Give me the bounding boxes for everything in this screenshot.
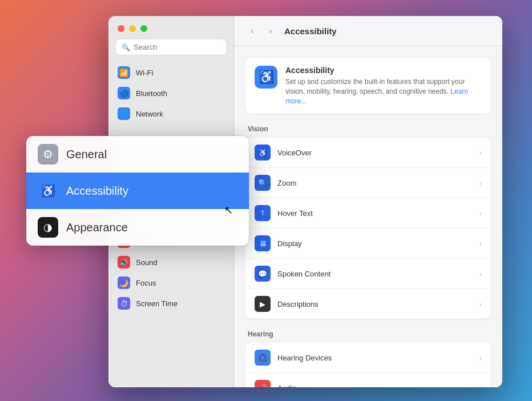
row-descriptions[interactable]: ▶ Descriptions › (245, 289, 491, 319)
sidebar-label-focus: Focus (136, 279, 156, 287)
focus-icon: 🌙 (118, 276, 130, 289)
popup-label-appearance: Appearance (66, 221, 128, 234)
popup-item-appearance[interactable]: ◑ Appearance (26, 209, 249, 246)
close-button[interactable] (118, 25, 124, 32)
general-popup-icon: ⚙ (38, 144, 58, 165)
window-controls (108, 16, 233, 39)
hovertext-label: Hover Text (277, 209, 473, 218)
display-icon: 🖥 (255, 235, 271, 251)
sidebar-label-sound: Sound (136, 258, 158, 267)
audio-chevron: › (479, 384, 482, 387)
zoom-icon: 🔍 (255, 175, 271, 191)
hovertext-icon: T (255, 205, 271, 221)
row-hearingdevices[interactable]: 🎧 Hearing Devices › (245, 343, 491, 373)
popup-item-general[interactable]: ⚙ General (26, 136, 249, 173)
voiceover-icon: ♿ (255, 145, 271, 161)
display-chevron: › (479, 239, 482, 248)
descriptions-label: Descriptions (277, 300, 473, 308)
row-voiceover[interactable]: ♿ VoiceOver › (245, 138, 491, 168)
page-title: Accessibility (284, 26, 337, 36)
header-description: Set up and customize the built-in featur… (285, 77, 482, 106)
zoom-chevron: › (479, 179, 482, 187)
sidebar-item-sound[interactable]: 🔊 Sound (108, 252, 233, 272)
display-label: Display (277, 239, 473, 248)
screentime-icon: ⏱ (118, 297, 130, 310)
accessibility-main-icon: ♿ (255, 66, 277, 89)
popup-label-accessibility: Accessibility (66, 185, 128, 198)
zoom-label: Zoom (277, 179, 473, 187)
network-icon: 🌐 (118, 107, 130, 120)
accessibility-popup-icon: ♿ (38, 181, 58, 201)
main-content: ‹ › Accessibility ♿ Accessibility Set up… (234, 16, 502, 387)
bluetooth-icon: 🔵 (118, 87, 130, 99)
sidebar-label-screentime: Screen Time (136, 299, 178, 308)
voiceover-label: VoiceOver (277, 149, 473, 157)
search-bar[interactable]: 🔍 (115, 39, 227, 55)
row-spoken[interactable]: 💬 Spoken Content › (245, 259, 491, 289)
sidebar-item-focus[interactable]: 🌙 Focus (108, 272, 233, 293)
sidebar-label-wifi: Wi-Fi (136, 69, 153, 77)
search-icon: 🔍 (122, 43, 130, 51)
minimize-button[interactable] (129, 25, 136, 32)
sidebar-item-bluetooth[interactable]: 🔵 Bluetooth (108, 83, 233, 103)
hearingdevices-chevron: › (479, 354, 482, 362)
row-audio[interactable]: 🔊 Audio › (245, 373, 491, 387)
popup-item-accessibility[interactable]: ♿ Accessibility (26, 173, 249, 209)
sidebar-item-screentime[interactable]: ⏱ Screen Time (108, 293, 233, 314)
header-title: Accessibility (285, 66, 482, 75)
vision-section-label: Vision (245, 125, 491, 133)
sidebar-item-network[interactable]: 🌐 Network (108, 103, 233, 124)
audio-icon: 🔊 (255, 380, 271, 387)
row-zoom[interactable]: 🔍 Zoom › (245, 168, 491, 198)
wifi-icon: 📶 (118, 66, 130, 79)
spoken-label: Spoken Content (277, 270, 473, 278)
descriptions-icon: ▶ (255, 296, 271, 312)
audio-label: Audio (277, 384, 473, 387)
hearing-section-label: Hearing (245, 330, 491, 338)
search-input[interactable] (134, 43, 220, 51)
spoken-chevron: › (479, 270, 482, 278)
vision-settings-group: ♿ VoiceOver › 🔍 Zoom › T Hover Text › 🖥 … (245, 138, 491, 319)
sound-icon: 🔊 (118, 256, 130, 268)
maximize-button[interactable] (140, 25, 147, 32)
hearing-settings-group: 🎧 Hearing Devices › 🔊 Audio › CC Caption… (245, 343, 491, 387)
popup-overlay: ⚙ General ♿ Accessibility ◑ Appearance (26, 136, 249, 246)
content-area: ♿ Accessibility Set up and customize the… (234, 46, 502, 387)
forward-button[interactable]: › (264, 24, 277, 38)
hearingdevices-label: Hearing Devices (277, 354, 473, 362)
popup-label-general: General (66, 148, 107, 161)
descriptions-chevron: › (479, 300, 482, 308)
sidebar-label-bluetooth: Bluetooth (136, 89, 167, 98)
accessibility-header-card: ♿ Accessibility Set up and customize the… (245, 58, 491, 114)
row-hovertext[interactable]: T Hover Text › (245, 198, 491, 228)
sidebar-item-wifi[interactable]: 📶 Wi-Fi (108, 62, 233, 83)
row-display[interactable]: 🖥 Display › (245, 228, 491, 259)
header-text: Accessibility Set up and customize the b… (285, 66, 482, 106)
nav-bar: ‹ › Accessibility (234, 16, 502, 46)
hovertext-chevron: › (479, 209, 482, 218)
hearingdevices-icon: 🎧 (255, 350, 271, 366)
spoken-icon: 💬 (255, 266, 271, 282)
voiceover-chevron: › (479, 149, 482, 157)
appearance-popup-icon: ◑ (38, 217, 58, 238)
sidebar-label-network: Network (136, 110, 163, 118)
back-button[interactable]: ‹ (245, 24, 259, 38)
